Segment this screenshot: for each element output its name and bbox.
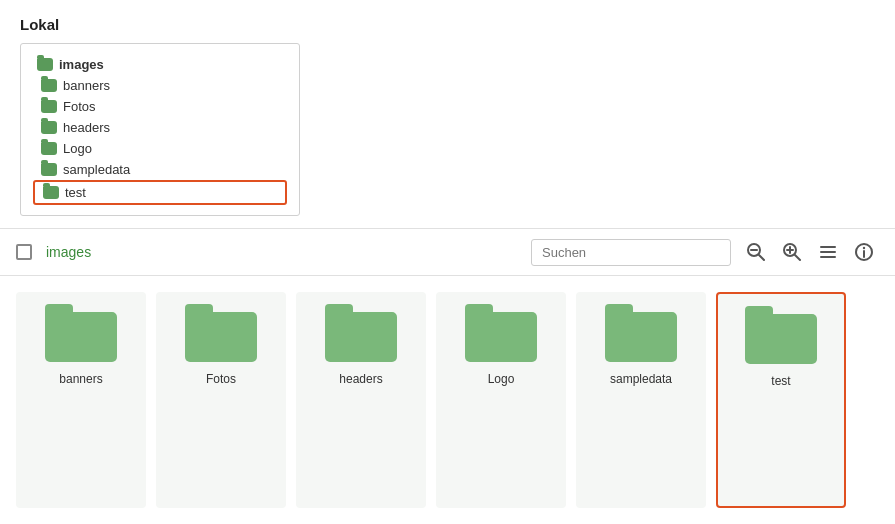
tree-item-banners[interactable]: banners — [33, 75, 287, 96]
grid-label-fotos: Fotos — [206, 372, 236, 386]
tree-item-label-test: test — [65, 185, 86, 200]
grid-item-banners[interactable]: banners — [16, 292, 146, 508]
tree-item-logo[interactable]: Logo — [33, 138, 287, 159]
tree-item-label-headers: headers — [63, 120, 110, 135]
folder-icon-banners — [41, 79, 57, 92]
tree-item-label-banners: banners — [63, 78, 110, 93]
zoom-in-button[interactable] — [777, 237, 807, 267]
folder-icon-headers — [41, 121, 57, 134]
tree-root[interactable]: images — [33, 54, 287, 75]
svg-line-1 — [759, 255, 764, 260]
list-view-button[interactable] — [813, 237, 843, 267]
select-all-checkbox[interactable] — [16, 244, 32, 260]
tree-panel: images banners Fotos headers Logo sample… — [20, 43, 300, 216]
grid-item-fotos[interactable]: Fotos — [156, 292, 286, 508]
app-container: Lokal images banners Fotos headers Logo — [0, 0, 895, 524]
grid-label-headers: headers — [339, 372, 382, 386]
tree-item-label-fotos: Fotos — [63, 99, 96, 114]
folder-large-banners — [45, 304, 117, 362]
tree-item-sampledata[interactable]: sampledata — [33, 159, 287, 180]
tree-item-label-logo: Logo — [63, 141, 92, 156]
svg-point-12 — [863, 247, 865, 249]
list-view-icon — [818, 242, 838, 262]
folder-icon-logo — [41, 142, 57, 155]
tree-item-headers[interactable]: headers — [33, 117, 287, 138]
svg-line-4 — [795, 255, 800, 260]
search-input[interactable] — [531, 239, 731, 266]
folder-icon-test — [43, 186, 59, 199]
folder-icon-images — [37, 58, 53, 71]
grid-label-logo: Logo — [488, 372, 515, 386]
zoom-out-button[interactable] — [741, 237, 771, 267]
tree-item-label-sampledata: sampledata — [63, 162, 130, 177]
tree-item-test[interactable]: test — [33, 180, 287, 205]
file-grid: banners Fotos headers — [0, 276, 895, 524]
grid-label-sampledata: sampledata — [610, 372, 672, 386]
zoom-out-icon — [746, 242, 766, 262]
info-icon — [854, 242, 874, 262]
app-title: Lokal — [20, 16, 875, 33]
grid-label-banners: banners — [59, 372, 102, 386]
toolbar: images — [0, 229, 895, 276]
grid-item-logo[interactable]: Logo — [436, 292, 566, 508]
folder-large-logo — [465, 304, 537, 362]
grid-item-sampledata[interactable]: sampledata — [576, 292, 706, 508]
grid-item-headers[interactable]: headers — [296, 292, 426, 508]
grid-item-test[interactable]: test — [716, 292, 846, 508]
folder-icon-sampledata — [41, 163, 57, 176]
folder-large-test — [745, 306, 817, 364]
tree-item-fotos[interactable]: Fotos — [33, 96, 287, 117]
toolbar-icons — [741, 237, 879, 267]
breadcrumb-link[interactable]: images — [46, 244, 91, 260]
folder-large-headers — [325, 304, 397, 362]
info-button[interactable] — [849, 237, 879, 267]
folder-large-sampledata — [605, 304, 677, 362]
zoom-in-icon — [782, 242, 802, 262]
bottom-section: images — [0, 229, 895, 524]
folder-icon-fotos — [41, 100, 57, 113]
folder-large-fotos — [185, 304, 257, 362]
grid-label-test: test — [771, 374, 790, 388]
tree-root-label: images — [59, 57, 104, 72]
top-section: Lokal images banners Fotos headers Logo — [0, 0, 895, 229]
